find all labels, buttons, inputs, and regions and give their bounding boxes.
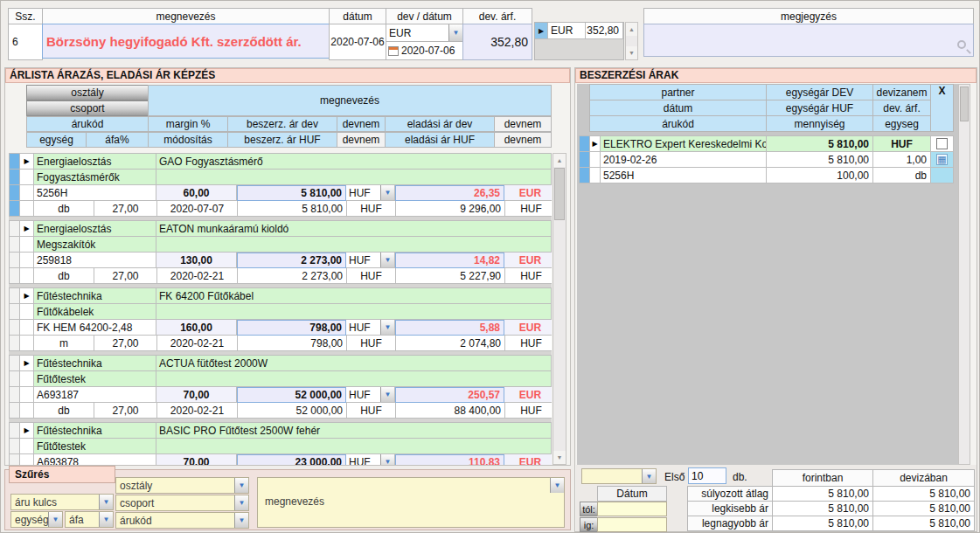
- megnevezes-filter[interactable]: megnevezés ▼: [257, 477, 565, 528]
- cell-partner: ELEKTRO Expert Kereskedelmi Kor: [601, 136, 767, 152]
- filter-title: Szűrés: [9, 466, 115, 483]
- eladasi-huf-header: eladási ár HUF: [385, 132, 495, 148]
- chevron-down-icon[interactable]: ▼: [99, 512, 113, 527]
- chevron-down-icon[interactable]: ▼: [380, 253, 394, 267]
- afa-combo[interactable]: áfa▼: [65, 511, 114, 528]
- csoport-combo[interactable]: csoport▼: [115, 495, 249, 511]
- cell-beszerz-huf: 5 810,00: [238, 201, 347, 217]
- devnem-combo[interactable]: HUF▼: [346, 253, 395, 268]
- scroll-up-icon[interactable]: ▲: [553, 154, 566, 167]
- cell-margin[interactable]: 60,00: [156, 185, 237, 201]
- stat-label: súlyozott átlag: [687, 486, 773, 502]
- chevron-down-icon[interactable]: ▼: [99, 495, 113, 509]
- scrollbar-thumb[interactable]: [554, 168, 565, 220]
- datum-tol-input[interactable]: [597, 502, 667, 516]
- devnem-header-3: devnem: [337, 132, 386, 148]
- chevron-down-icon[interactable]: ▼: [234, 495, 248, 510]
- currency-list-scrollbar[interactable]: ▲ ▼: [625, 22, 638, 60]
- datum-filter-header: Dátum: [597, 486, 667, 502]
- devnem-combo[interactable]: HUF▼: [346, 387, 395, 403]
- arukod-combo[interactable]: árukód▼: [115, 512, 249, 529]
- scroll-up-icon[interactable]: ▲: [626, 23, 637, 36]
- filter-box: Szűrés áru kulcs▼ egység▼ áfa▼ osztály▼ …: [4, 469, 571, 530]
- aru-kulcs-combo[interactable]: áru kulcs▼: [10, 494, 114, 510]
- stat-value: 5 810,00: [872, 501, 975, 516]
- arlista-title: ÁRLISTA ÁRAZÁS, ELADÁSI ÁR KÉPZÉS: [5, 68, 570, 83]
- arukod-header-r: árukód: [589, 115, 767, 132]
- chevron-down-icon[interactable]: ▼: [234, 513, 248, 528]
- search-icon[interactable]: [957, 40, 966, 49]
- scroll-down-icon[interactable]: ▼: [626, 46, 637, 59]
- beszerzesi-scrollbar[interactable]: [958, 84, 970, 465]
- chevron-down-icon[interactable]: ▼: [448, 24, 462, 41]
- scrollbar-thumb[interactable]: [960, 87, 969, 121]
- arlista-panel: ÁRLISTA ÁRAZÁS, ELADÁSI ÁR KÉPZÉS osztál…: [4, 67, 571, 466]
- osztaly-combo[interactable]: osztály▼: [115, 477, 249, 494]
- egyseg-header: egység: [26, 132, 87, 148]
- cell-bh-devnem: HUF: [347, 201, 396, 217]
- top-header-dev-datum: dev / dátum: [386, 8, 463, 24]
- osztaly-header-button[interactable]: osztály: [26, 85, 149, 100]
- devnem-combo[interactable]: HUF▼: [346, 320, 395, 336]
- cell-devizanem: HUF: [873, 136, 931, 152]
- egyseg-combo[interactable]: egység▼: [10, 511, 63, 528]
- chevron-down-icon[interactable]: ▼: [380, 454, 394, 465]
- cell-afa: 27,00: [94, 201, 157, 217]
- devnem-header-4: devnem: [494, 132, 552, 148]
- csoport-header-button[interactable]: csoport: [26, 100, 149, 116]
- arlista-scrollbar[interactable]: ▲ ▼: [553, 153, 566, 465]
- footer-combo[interactable]: ▼: [581, 468, 657, 484]
- beszerz-dev-header: beszerz. ár dev: [227, 116, 337, 132]
- megnevezes-header: megnevezés: [148, 85, 552, 116]
- devnem-combo[interactable]: HUF▼: [346, 454, 395, 465]
- currency-code[interactable]: EUR: [548, 23, 586, 39]
- cell-eladasi-dev[interactable]: 26,35: [395, 185, 504, 201]
- cell-dev-arf: 1,00: [873, 152, 931, 168]
- currency-rate[interactable]: 352,80: [586, 23, 623, 39]
- elso-input[interactable]: [688, 467, 726, 484]
- cell-csoport: Fogyasztásmérők: [34, 170, 156, 185]
- chevron-down-icon[interactable]: ▼: [380, 387, 394, 402]
- chevron-down-icon[interactable]: ▼: [234, 478, 248, 493]
- dev-combo[interactable]: EUR ▼: [386, 24, 463, 42]
- cell-egysegar-huf: 5 810,00: [767, 152, 873, 168]
- checkbox[interactable]: [936, 138, 948, 149]
- datum-value[interactable]: 2020-07-06: [329, 24, 386, 60]
- table-row[interactable]: ▶ Energiaelosztás EATON munkaáramú kiold…: [9, 220, 552, 284]
- egysegar-dev-header: egységár DEV: [766, 84, 873, 100]
- dev-date-field[interactable]: 2020-07-06: [386, 41, 463, 60]
- cell-egyseg-r: db: [873, 168, 931, 183]
- cell-egyseg: db: [34, 201, 94, 217]
- table-row[interactable]: ▶ Energiaelosztás GAO Fogyasztásmérő Fog…: [9, 153, 552, 217]
- cell-egysegar-dev: 5 810,00: [767, 136, 873, 152]
- calendar-icon[interactable]: [388, 46, 399, 56]
- table-row[interactable]: ▶ Fűtéstechnika FK 64200 Fűtőkábel Fűtők…: [9, 287, 552, 351]
- top-header-ssz: Ssz.: [8, 8, 43, 24]
- tol-label: tól:: [580, 502, 598, 516]
- stat-label: legnagyobb ár: [687, 516, 773, 531]
- table-row[interactable]: ▶ Fűtéstechnika BASIC PRO Fűtőtest 2500W…: [9, 422, 552, 465]
- partner-header: partner: [589, 84, 767, 100]
- megjegyzes-field[interactable]: [643, 24, 974, 57]
- play-marker-icon: ▶: [20, 154, 34, 170]
- contract-name[interactable]: Börzsöny hegyifogadó Kft. szerződött ár.: [42, 24, 330, 59]
- db-label: db.: [733, 471, 747, 483]
- table-row[interactable]: ▶ Fűtéstechnika ACTUA fütőtest 2000W Fűt…: [9, 355, 552, 419]
- scroll-down-icon[interactable]: ▼: [553, 451, 566, 464]
- datum-ig-input[interactable]: [597, 517, 667, 532]
- devnem-combo[interactable]: HUF▼: [346, 185, 395, 201]
- chevron-down-icon[interactable]: ▼: [550, 478, 564, 493]
- top-header-datum: dátum: [329, 8, 386, 24]
- cell-mennyiseg: 100,00: [767, 168, 873, 183]
- cell-eh-devnem: HUF: [505, 201, 552, 217]
- cell-beszerz-dev[interactable]: 5 810,00: [237, 185, 346, 201]
- table-grid-icon[interactable]: ▦: [936, 154, 947, 165]
- chevron-down-icon[interactable]: ▼: [380, 185, 394, 200]
- chevron-down-icon[interactable]: ▼: [48, 512, 62, 527]
- chevron-down-icon[interactable]: ▼: [380, 320, 394, 335]
- chevron-down-icon[interactable]: ▼: [642, 469, 656, 483]
- play-marker-icon: ▶: [20, 288, 34, 304]
- play-marker-icon: ▶: [535, 23, 548, 39]
- cell-arukod: 5256H: [34, 185, 156, 201]
- table-row[interactable]: ▶ ELEKTRO Expert Kereskedelmi Kor 5 810,…: [579, 135, 954, 183]
